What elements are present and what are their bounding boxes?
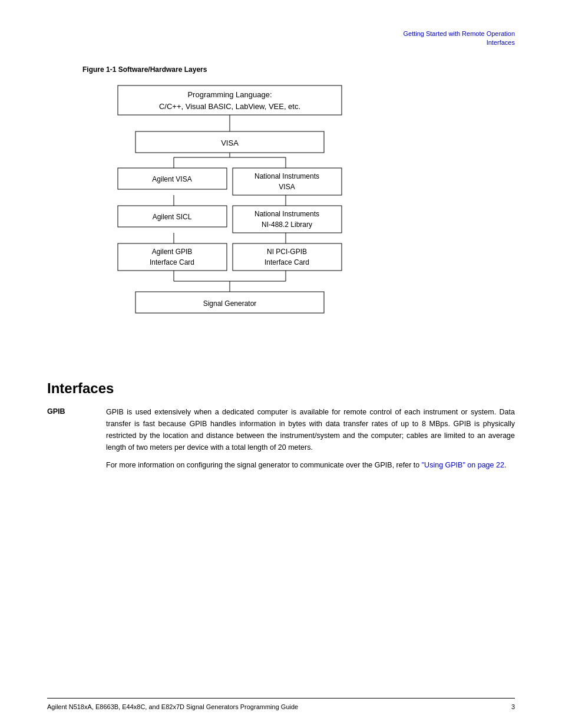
footer-right: 3 [511,703,515,710]
svg-text:NI-488.2 Library: NI-488.2 Library [262,220,312,229]
software-hardware-diagram: Programming Language: C/C++, Visual BASI… [47,80,515,363]
svg-text:Interface Card: Interface Card [150,258,194,266]
gpib-entry: GPIB GPIB is used extensively when a ded… [47,406,515,477]
svg-text:Agilent VISA: Agilent VISA [152,175,191,183]
interfaces-title: Interfaces [47,380,515,397]
footer-left: Agilent N518xA, E8663B, E44x8C, and E82x… [47,703,298,710]
gpib-paragraph2-suffix: . [504,461,506,469]
header-link-line1: Getting Started with Remote Operation [403,30,515,37]
svg-text:National Instruments: National Instruments [254,172,319,180]
header: Getting Started with Remote Operation In… [47,29,515,48]
svg-text:National Instruments: National Instruments [254,210,319,218]
gpib-paragraph1: GPIB is used extensively when a dedicate… [106,406,515,453]
page: Getting Started with Remote Operation In… [0,0,562,728]
svg-text:Signal Generator: Signal Generator [203,299,257,308]
svg-text:Interface Card: Interface Card [265,258,309,266]
gpib-paragraph2: For more information on configuring the … [106,459,515,471]
gpib-paragraph2-link[interactable]: "Using GPIB" on page 22 [422,461,504,469]
figure-caption: Figure 1-1 Software/Hardware Layers [82,65,515,74]
gpib-content: GPIB is used extensively when a dedicate… [106,406,515,477]
svg-text:C/C++, Visual BASIC, LabView, : C/C++, Visual BASIC, LabView, VEE, etc. [159,102,300,111]
svg-text:VISA: VISA [221,139,239,147]
gpib-paragraph2-prefix: For more information on configuring the … [106,461,422,469]
header-link[interactable]: Getting Started with Remote Operation In… [47,29,515,48]
svg-text:Agilent SICL: Agilent SICL [153,213,192,221]
svg-text:Programming Language:: Programming Language: [187,90,272,99]
header-link-line2: Interfaces [487,39,515,46]
diagram-svg: Programming Language: C/C++, Visual BASI… [82,80,377,363]
gpib-label: GPIB [47,407,94,477]
interfaces-section: Interfaces GPIB GPIB is used extensively… [47,380,515,477]
footer: Agilent N518xA, E8663B, E44x8C, and E82x… [47,698,515,710]
svg-text:NI PCI-GPIB: NI PCI-GPIB [267,248,307,256]
svg-text:Agilent GPIB: Agilent GPIB [152,248,193,256]
svg-text:VISA: VISA [279,183,295,191]
